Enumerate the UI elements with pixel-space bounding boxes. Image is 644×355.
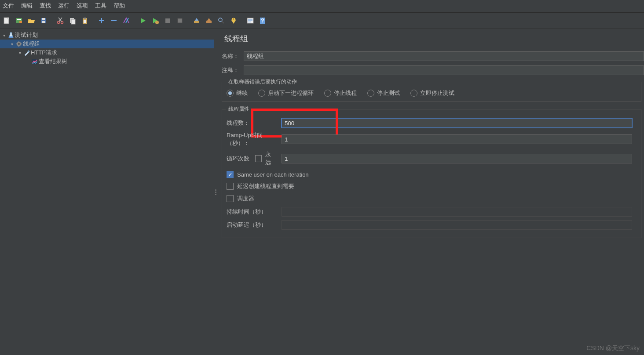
radio-icon bbox=[258, 90, 265, 97]
svg-rect-16 bbox=[84, 20, 86, 23]
menu-search[interactable]: 查找 bbox=[37, 1, 55, 11]
toggle-icon[interactable] bbox=[121, 15, 132, 26]
svg-rect-25 bbox=[194, 21, 199, 23]
thread-properties-legend: 线程属性 bbox=[226, 105, 252, 113]
radio-label: 继续 bbox=[236, 89, 248, 97]
menu-tools[interactable]: 工具 bbox=[92, 1, 111, 11]
loop-row: 循环次数 永远 bbox=[227, 151, 632, 167]
reset-search-icon[interactable] bbox=[228, 15, 239, 26]
tree-node-test-plan[interactable]: ▾ 测试计划 bbox=[0, 31, 214, 40]
name-label: 名称： bbox=[222, 52, 239, 60]
chevron-down-icon[interactable]: ▾ bbox=[1, 33, 7, 38]
scheduler-checkbox[interactable]: 调度器 bbox=[227, 195, 632, 203]
scheduler-label: 调度器 bbox=[237, 195, 254, 203]
clear-icon[interactable] bbox=[191, 15, 202, 26]
pipette-icon bbox=[23, 50, 31, 56]
radio-stop-test[interactable]: 停止测试 bbox=[367, 89, 400, 97]
svg-text:?: ? bbox=[261, 18, 264, 24]
same-user-label: Same user on each iteration bbox=[237, 171, 309, 178]
gear-icon bbox=[15, 41, 23, 47]
app-root: { "menubar":["文件","编辑","查找","运行","选项","工… bbox=[0, 0, 644, 355]
paste-icon[interactable] bbox=[79, 15, 91, 26]
menu-help[interactable]: 帮助 bbox=[111, 1, 129, 11]
save-icon[interactable] bbox=[38, 15, 49, 26]
cut-icon[interactable] bbox=[55, 15, 66, 26]
menu-file[interactable]: 文件 bbox=[0, 1, 18, 11]
svg-point-29 bbox=[219, 18, 222, 22]
radio-icon bbox=[410, 90, 417, 97]
loop-label: 循环次数 bbox=[227, 155, 255, 163]
radio-label: 停止线程 bbox=[334, 89, 357, 97]
menu-options[interactable]: 选项 bbox=[74, 1, 92, 11]
collapse-icon[interactable] bbox=[108, 15, 120, 26]
radio-start-next-loop[interactable]: 启动下一进程循环 bbox=[258, 89, 314, 97]
search-icon[interactable] bbox=[216, 15, 227, 26]
startup-delay-label: 启动延迟（秒） bbox=[227, 221, 282, 229]
svg-rect-24 bbox=[178, 18, 182, 23]
radio-icon bbox=[227, 90, 234, 97]
chevron-down-icon[interactable]: ▾ bbox=[9, 42, 15, 47]
svg-rect-37 bbox=[9, 36, 13, 38]
svg-rect-13 bbox=[71, 19, 75, 24]
menu-run[interactable]: 运行 bbox=[55, 1, 74, 11]
panel-title: 线程组 bbox=[224, 33, 644, 44]
help-icon[interactable]: ? bbox=[257, 15, 268, 26]
radio-continue[interactable]: 继续 bbox=[227, 89, 248, 97]
stop-icon[interactable] bbox=[162, 15, 173, 26]
svg-point-22 bbox=[155, 21, 159, 24]
panel-splitter[interactable] bbox=[214, 29, 217, 355]
toolbar: ? bbox=[0, 13, 644, 29]
clear-all-icon[interactable] bbox=[203, 15, 215, 26]
duration-label: 持续时间（秒） bbox=[227, 208, 282, 216]
duration-input bbox=[282, 207, 632, 217]
tree-node-http-request[interactable]: ▾ HTTP请求 bbox=[0, 48, 214, 57]
rampup-input[interactable] bbox=[282, 134, 632, 144]
svg-rect-23 bbox=[165, 18, 170, 23]
rampup-row: Ramp-Up时间（秒）： bbox=[227, 131, 632, 147]
chevron-down-icon[interactable]: ▾ bbox=[17, 51, 23, 55]
svg-line-11 bbox=[59, 18, 62, 22]
open-icon[interactable] bbox=[26, 15, 37, 26]
function-helper-icon[interactable] bbox=[245, 15, 256, 26]
templates-icon[interactable] bbox=[13, 15, 25, 26]
svg-rect-26 bbox=[206, 21, 212, 23]
error-action-radios: 继续 启动下一进程循环 停止线程 停止测试 立即停止测试 bbox=[227, 89, 632, 97]
same-user-checkbox[interactable]: Same user on each iteration bbox=[227, 171, 632, 178]
start-no-timers-icon[interactable] bbox=[150, 15, 161, 26]
new-icon[interactable] bbox=[1, 15, 12, 26]
delay-create-label: 延迟创建线程直到需要 bbox=[237, 182, 294, 190]
main-area: ▾ 测试计划 ▾ 线程组 ▾ HTTP请求 查看结果树 线程组 bbox=[0, 29, 644, 355]
start-icon[interactable] bbox=[137, 15, 149, 26]
menu-edit[interactable]: 编辑 bbox=[18, 1, 37, 11]
svg-rect-1 bbox=[7, 18, 9, 19]
name-input[interactable] bbox=[244, 51, 644, 61]
radio-stop-thread[interactable]: 停止线程 bbox=[324, 89, 357, 97]
radio-stop-test-now[interactable]: 立即停止测试 bbox=[410, 89, 454, 97]
comment-row: 注释： bbox=[222, 64, 644, 76]
threads-row: 线程数： bbox=[227, 118, 632, 128]
tree-label: 查看结果树 bbox=[39, 58, 67, 65]
comment-input[interactable] bbox=[244, 65, 644, 75]
checkbox-icon bbox=[227, 171, 234, 178]
threads-input[interactable] bbox=[282, 118, 632, 128]
radio-label: 停止测试 bbox=[377, 89, 400, 97]
chart-icon bbox=[31, 58, 39, 65]
startup-delay-row: 启动延迟（秒） bbox=[227, 220, 632, 230]
checkbox-icon bbox=[227, 195, 234, 202]
tree-node-view-results-tree[interactable]: 查看结果树 bbox=[0, 57, 214, 66]
forever-checkbox[interactable]: 永远 bbox=[255, 151, 276, 167]
shutdown-icon[interactable] bbox=[174, 15, 186, 26]
radio-icon bbox=[324, 90, 331, 97]
tree-node-thread-group[interactable]: ▾ 线程组 bbox=[0, 40, 214, 48]
copy-icon[interactable] bbox=[67, 15, 78, 26]
radio-icon bbox=[367, 90, 374, 97]
duration-row: 持续时间（秒） bbox=[227, 207, 632, 217]
tree-label: 测试计划 bbox=[15, 31, 38, 39]
delay-create-checkbox[interactable]: 延迟创建线程直到需要 bbox=[227, 182, 632, 190]
watermark: CSDN @天空下sky bbox=[586, 344, 640, 352]
tree-label: HTTP请求 bbox=[31, 49, 57, 57]
loop-input[interactable] bbox=[282, 154, 632, 163]
radio-label: 启动下一进程循环 bbox=[268, 89, 314, 97]
content-panel: 线程组 名称： 注释： 在取样器错误后要执行的动作 继续 启动下一进程循环 停止… bbox=[217, 29, 644, 355]
expand-icon[interactable] bbox=[96, 15, 107, 26]
